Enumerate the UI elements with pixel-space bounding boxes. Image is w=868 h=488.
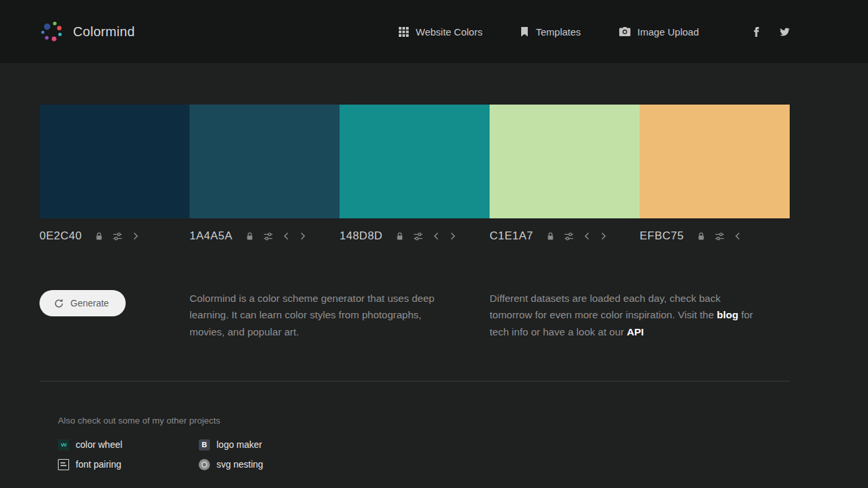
lock-icon[interactable] xyxy=(546,232,555,241)
brand-name: Colormind xyxy=(73,24,135,39)
hex-value[interactable]: C1E1A7 xyxy=(490,230,533,243)
camera-icon xyxy=(619,27,630,36)
chevron-left-icon[interactable] xyxy=(584,232,590,240)
social-links xyxy=(752,27,790,37)
palette xyxy=(39,105,790,218)
svg-nesting-icon xyxy=(199,459,210,470)
hex-value[interactable]: 1A4A5A xyxy=(190,230,232,243)
chevron-left-icon[interactable] xyxy=(284,232,289,240)
sliders-icon[interactable] xyxy=(113,232,122,241)
chevron-right-icon[interactable] xyxy=(300,232,305,240)
header: Colormind Website Colors Templates xyxy=(0,0,868,63)
refresh-icon xyxy=(54,299,64,308)
swatch-controls-1: 0E2C40 xyxy=(39,230,190,243)
sliders-icon[interactable] xyxy=(264,232,272,241)
font-pairing-icon xyxy=(58,459,69,470)
footer-links: vv color wheel B logo maker font pairing… xyxy=(58,439,790,470)
palette-swatch-2[interactable] xyxy=(190,105,340,218)
colormind-logo-icon xyxy=(39,19,64,44)
lock-icon[interactable] xyxy=(697,232,705,241)
nav-templates[interactable]: Templates xyxy=(521,26,580,37)
palette-controls: 0E2C40 1A4A5A 148D8D C1E1A7 EFB xyxy=(39,227,790,245)
nav-website-colors[interactable]: Website Colors xyxy=(399,26,482,37)
bookmark-icon xyxy=(521,27,528,37)
facebook-icon[interactable] xyxy=(752,27,761,37)
logo-maker-icon: B xyxy=(199,439,210,451)
about-description: Colormind is a color scheme generator th… xyxy=(190,290,490,340)
footer-heading: Also check out some of my other projects xyxy=(58,416,790,426)
swatch-controls-3: 148D8D xyxy=(340,230,490,243)
link-color-wheel[interactable]: vv color wheel xyxy=(58,439,199,451)
palette-swatch-1[interactable] xyxy=(39,105,190,218)
nav-image-upload[interactable]: Image Upload xyxy=(619,26,699,37)
generate-button[interactable]: Generate xyxy=(39,290,126,316)
generate-label: Generate xyxy=(70,298,109,308)
nav-label: Image Upload xyxy=(638,26,699,37)
swatch-controls-5: EFBC75 xyxy=(640,230,790,243)
blog-link[interactable]: blog xyxy=(717,309,738,320)
datasets-description: Different datasets are loaded each day, … xyxy=(490,290,790,340)
datasets-text-1: Different datasets are loaded each day, … xyxy=(490,293,721,320)
color-wheel-icon: vv xyxy=(58,439,69,451)
sliders-icon[interactable] xyxy=(565,232,573,241)
swatch-controls-4: C1E1A7 xyxy=(490,230,640,243)
palette-swatch-5[interactable] xyxy=(640,105,790,218)
nav-label: Website Colors xyxy=(416,26,482,37)
link-logo-maker[interactable]: B logo maker xyxy=(199,439,340,451)
main-nav: Website Colors Templates Image Upload xyxy=(361,26,790,37)
lock-icon[interactable] xyxy=(396,232,404,241)
footer-link-label: font pairing xyxy=(76,459,121,470)
nav-label: Templates xyxy=(536,26,580,37)
footer-link-label: logo maker xyxy=(217,439,262,450)
grid-icon xyxy=(399,27,409,37)
hex-value[interactable]: 148D8D xyxy=(340,230,382,243)
chevron-right-icon[interactable] xyxy=(601,232,606,240)
chevron-right-icon[interactable] xyxy=(450,232,455,240)
api-link[interactable]: API xyxy=(627,326,644,337)
lock-icon[interactable] xyxy=(95,232,103,241)
chevron-left-icon[interactable] xyxy=(434,232,439,240)
hex-value[interactable]: EFBC75 xyxy=(640,230,684,243)
palette-swatch-4[interactable] xyxy=(490,105,640,218)
chevron-right-icon[interactable] xyxy=(133,232,138,240)
lock-icon[interactable] xyxy=(245,232,254,241)
footer-link-label: color wheel xyxy=(76,439,122,450)
twitter-icon[interactable] xyxy=(780,27,790,37)
chevron-left-icon[interactable] xyxy=(735,232,740,240)
sliders-icon[interactable] xyxy=(715,232,724,241)
palette-swatch-3[interactable] xyxy=(340,105,490,218)
footer: Also check out some of my other projects… xyxy=(39,381,790,470)
swatch-controls-2: 1A4A5A xyxy=(190,230,340,243)
info-section: Generate Colormind is a color scheme gen… xyxy=(39,290,790,340)
link-font-pairing[interactable]: font pairing xyxy=(58,459,199,470)
sliders-icon[interactable] xyxy=(414,232,422,241)
hex-value[interactable]: 0E2C40 xyxy=(39,230,82,243)
link-svg-nesting[interactable]: svg nesting xyxy=(199,459,340,470)
footer-link-label: svg nesting xyxy=(217,459,263,470)
main-content: 0E2C40 1A4A5A 148D8D C1E1A7 EFB xyxy=(0,105,868,470)
brand-logo[interactable]: Colormind xyxy=(39,19,135,44)
